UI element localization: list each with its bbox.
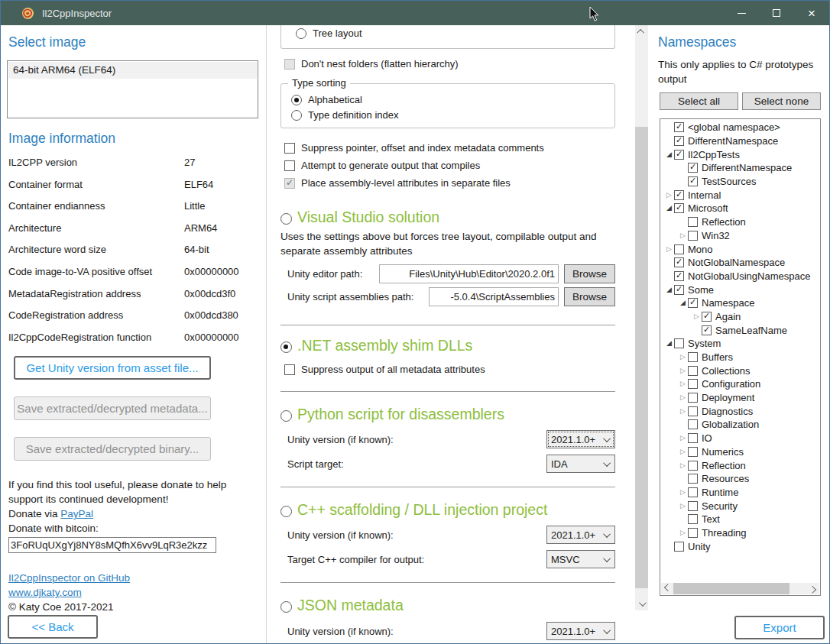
suppress-pointer-option[interactable]: Suppress pointer, offset and index metad… (284, 142, 615, 154)
tree-item-checkbox[interactable] (674, 150, 684, 160)
assembly-attributes-option[interactable]: Place assembly-level attributes in separ… (284, 177, 615, 189)
image-list-item[interactable]: 64-bit ARM64 (ELF64) (8, 62, 257, 79)
tree-item[interactable]: SameLeafName (660, 323, 820, 337)
tree-item[interactable]: Text (660, 513, 820, 526)
tree-item[interactable]: Unity (660, 539, 820, 553)
tree-item-checkbox[interactable] (688, 366, 698, 376)
website-link[interactable]: www.djkaty.com (8, 587, 82, 598)
alphabetical-radio[interactable] (291, 95, 302, 105)
tree-item[interactable]: Globalization (660, 418, 820, 432)
tree-item-checkbox[interactable] (674, 122, 684, 132)
tree-expander-icon[interactable] (678, 461, 688, 471)
tree-item-checkbox[interactable] (674, 542, 684, 552)
scroll-up-button[interactable] (635, 25, 648, 38)
assembly-attributes-checkbox[interactable] (284, 178, 295, 189)
browse-script-assemblies-button[interactable]: Browse (564, 287, 615, 306)
tree-item[interactable]: Microsoft (660, 202, 820, 215)
tree-item[interactable]: Resources (660, 472, 820, 486)
image-listbox[interactable]: 64-bit ARM64 (ELF64) (7, 60, 258, 118)
json-unity-version-combobox[interactable]: 2021.1.0+ (546, 622, 615, 640)
tree-item[interactable]: Threading (660, 526, 820, 540)
scroll-right-button[interactable] (808, 583, 819, 594)
scroll-left-button[interactable] (661, 583, 673, 594)
tree-item-checkbox[interactable] (688, 474, 698, 484)
tree-item-checkbox[interactable] (688, 298, 698, 308)
tree-item-checkbox[interactable] (674, 338, 684, 348)
tree-item[interactable]: TestSources (660, 175, 820, 189)
tree-expander-icon[interactable] (664, 190, 674, 200)
paypal-link[interactable]: PayPal (60, 508, 93, 519)
tree-expander-icon[interactable] (678, 352, 688, 362)
python-script-radio[interactable] (280, 410, 292, 422)
back-button[interactable]: << Back (8, 615, 98, 639)
tree-layout-radio[interactable] (296, 28, 306, 39)
tree-item-checkbox[interactable] (688, 217, 698, 227)
suppress-metadata-checkbox[interactable] (284, 364, 295, 375)
attempt-compile-checkbox[interactable] (284, 160, 295, 171)
json-metadata-section-option[interactable]: JSON metadata (280, 597, 615, 614)
type-definition-index-option[interactable]: Type definition index (291, 109, 614, 121)
tree-item[interactable]: Mono (660, 242, 820, 256)
tree-item-checkbox[interactable] (688, 231, 698, 241)
tree-item-checkbox[interactable] (688, 176, 698, 186)
tree-item[interactable]: Reflection (660, 215, 820, 229)
tree-item[interactable]: Internal (660, 188, 820, 202)
scroll-down-button[interactable] (635, 597, 648, 610)
shim-dlls-radio[interactable] (280, 341, 292, 353)
select-none-button[interactable]: Select none (742, 92, 821, 110)
dont-nest-option[interactable]: Don't nest folders (flatten hierarchy) (284, 58, 615, 70)
tree-item[interactable]: NotGlobalUsingNamespace (660, 270, 820, 283)
suppress-pointer-checkbox[interactable] (284, 143, 295, 154)
visual-studio-radio[interactable] (280, 213, 292, 225)
select-all-button[interactable]: Select all (660, 92, 738, 110)
tree-expander-icon[interactable] (692, 312, 702, 322)
tree-expander-icon[interactable] (678, 447, 688, 457)
tree-item[interactable]: Namespace (660, 296, 820, 310)
cpp-scaffolding-section-option[interactable]: C++ scaffolding / DLL injection project (280, 501, 615, 519)
tree-item-checkbox[interactable] (688, 528, 698, 538)
tree-item-checkbox[interactable] (674, 257, 684, 267)
alphabetical-option[interactable]: Alphabetical (291, 94, 614, 106)
tree-item[interactable]: Deployment (660, 391, 820, 405)
tree-item[interactable]: Il2CppTests (660, 147, 820, 161)
tree-item[interactable]: Runtime (660, 486, 820, 500)
save-metadata-button[interactable]: Save extracted/decrypted metadata... (14, 396, 211, 420)
suppress-metadata-option[interactable]: Suppress output of all metadata attribut… (284, 364, 615, 376)
tree-item[interactable]: Diagnostics (660, 404, 820, 418)
tree-item-checkbox[interactable] (674, 285, 684, 295)
tree-item[interactable]: Security (660, 499, 820, 513)
tree-item-checkbox[interactable] (688, 461, 698, 471)
cpp-compiler-combobox[interactable]: MSVC (546, 550, 615, 568)
tree-item-checkbox[interactable] (674, 190, 684, 200)
tree-horizontal-scrollbar[interactable] (661, 583, 819, 594)
tree-expander-icon[interactable] (678, 433, 688, 443)
tree-item-checkbox[interactable] (688, 514, 698, 524)
maximize-button[interactable] (759, 1, 794, 25)
tree-item-checkbox[interactable] (688, 433, 698, 443)
tree-expander-icon[interactable] (678, 487, 688, 497)
minimize-button[interactable] (724, 1, 759, 25)
tree-item-checkbox[interactable] (688, 379, 698, 389)
tree-item-checkbox[interactable] (688, 501, 698, 511)
tree-expander-icon[interactable] (678, 501, 688, 511)
visual-studio-section-option[interactable]: Visual Studio solution (280, 209, 615, 226)
tree-item-checkbox[interactable] (688, 419, 698, 429)
tree-item-checkbox[interactable] (688, 352, 698, 362)
browse-editor-path-button[interactable]: Browse (564, 264, 615, 283)
namespaces-tree[interactable]: <global namespace> DifferentNamespace Il… (660, 118, 821, 596)
tree-item[interactable]: Some (660, 283, 820, 296)
tree-item[interactable]: NotGlobalNamespace (660, 256, 820, 270)
tree-expander-icon[interactable] (664, 338, 674, 348)
tree-expander-icon[interactable] (664, 244, 674, 254)
tree-item-checkbox[interactable] (674, 244, 684, 254)
tree-item[interactable]: Buffers (660, 351, 820, 364)
tree-item-checkbox[interactable] (688, 406, 698, 416)
tree-item-checkbox[interactable] (674, 271, 684, 281)
options-vertical-scrollbar[interactable] (635, 25, 648, 610)
shim-dlls-section-option[interactable]: .NET assembly shim DLLs (280, 337, 615, 354)
tree-expander-icon[interactable] (678, 366, 688, 376)
get-unity-version-button[interactable]: Get Unity version from asset file... (14, 356, 211, 380)
cpp-scaffolding-radio[interactable] (280, 506, 292, 517)
tree-item-checkbox[interactable] (702, 312, 712, 322)
python-unity-version-combobox[interactable]: 2021.1.0+ (546, 430, 615, 448)
